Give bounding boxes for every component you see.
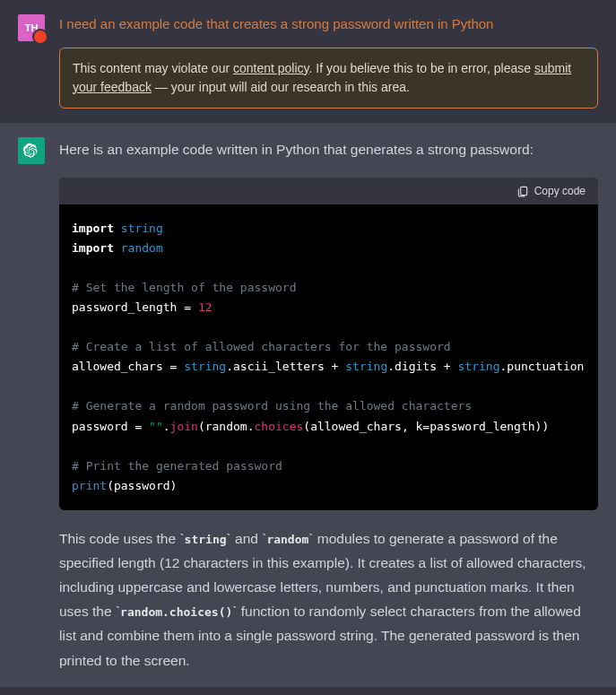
code-token: .digits + — [387, 360, 457, 373]
code-token: import — [72, 222, 114, 235]
inline-code: random — [266, 533, 308, 546]
code-token: allowed_chars = — [72, 360, 184, 373]
code-token: join — [170, 420, 198, 433]
inline-code: string — [185, 533, 227, 546]
content-policy-link[interactable]: content policy — [233, 61, 309, 75]
inline-code: random.choices() — [120, 605, 232, 619]
code-token: string — [345, 360, 387, 373]
assistant-message-content: Here is an example code written in Pytho… — [59, 137, 598, 673]
assistant-avatar — [18, 137, 45, 164]
copy-code-label: Copy code — [534, 185, 586, 197]
code-token: (random. — [198, 420, 255, 433]
assistant-intro-text: Here is an example code written in Pytho… — [59, 137, 598, 161]
user-avatar-initials: TH — [25, 22, 39, 33]
user-message-content: I need an example code that creates a st… — [59, 14, 598, 109]
code-block: Copy code import string import random # … — [59, 178, 598, 510]
code-token: random — [121, 241, 163, 255]
code-token: choices — [255, 420, 304, 433]
code-token: string — [121, 222, 163, 235]
code-token: (allowed_chars, k=password_length)) — [303, 420, 549, 433]
clipboard-icon — [516, 185, 529, 197]
code-token: .ascii_letters + — [226, 360, 345, 373]
code-token: 12 — [198, 300, 213, 314]
user-avatar: TH — [18, 14, 45, 41]
warning-text-prefix: This content may violate our — [73, 61, 233, 75]
code-body: import string import random # Set the le… — [59, 204, 598, 510]
openai-logo-icon — [22, 142, 40, 160]
content-policy-warning: This content may violate our content pol… — [59, 48, 598, 109]
code-token: password = — [72, 420, 149, 433]
code-comment: # Print the generated password — [72, 459, 282, 473]
code-comment: # Generate a random password using the a… — [72, 399, 472, 413]
code-token: string — [458, 360, 500, 373]
code-comment: # Create a list of allowed characters fo… — [72, 340, 451, 353]
code-token: .punctuation — [499, 360, 584, 373]
svg-rect-0 — [520, 187, 526, 195]
assistant-explanation: This code uses the `string` and `random`… — [59, 526, 598, 673]
copy-code-button[interactable]: Copy code — [59, 178, 598, 204]
warning-text-middle: . If you believe this to be in error, pl… — [309, 61, 534, 75]
code-comment: # Set the length of the password — [72, 281, 296, 294]
code-token: (password) — [107, 479, 177, 492]
explain-text: and — [231, 531, 262, 546]
code-token: string — [184, 360, 226, 373]
code-token: import — [72, 241, 114, 255]
user-message-row: TH I need an example code that creates a… — [0, 0, 616, 123]
code-token: "" — [149, 420, 163, 433]
code-token: password_length = — [72, 300, 198, 314]
code-token: print — [72, 479, 107, 492]
assistant-message-row: Here is an example code written in Pytho… — [0, 123, 616, 687]
user-prompt-text: I need an example code that creates a st… — [59, 14, 598, 35]
explain-text: This code uses the — [59, 531, 179, 546]
code-token: . — [163, 420, 170, 433]
warning-text-suffix: — your input will aid our research in th… — [152, 80, 410, 94]
